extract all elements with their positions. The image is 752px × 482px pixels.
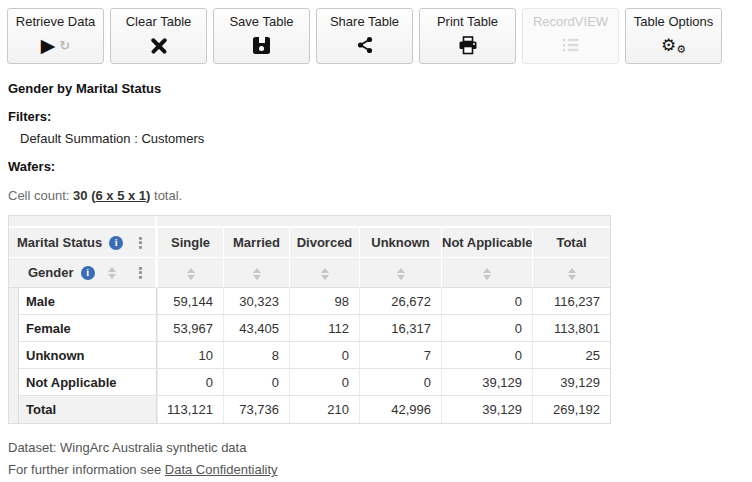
table-row-unknown: Unknown 10 8 0 7 0 25 bbox=[9, 342, 610, 369]
kebab-menu-icon[interactable]: ⋮ bbox=[133, 266, 148, 280]
sort-cell-divorced[interactable] bbox=[289, 258, 359, 288]
share-icon bbox=[356, 36, 374, 54]
sort-icon[interactable] bbox=[321, 268, 329, 280]
cell-value: 16,317 bbox=[359, 315, 441, 342]
row-label: Not Applicable bbox=[19, 369, 157, 396]
cell-value: 269,192 bbox=[532, 396, 610, 423]
row-dimension-header[interactable]: Marital Status i ⋮ bbox=[9, 228, 157, 258]
cell-value: 59,144 bbox=[157, 288, 223, 315]
row-label: Total bbox=[19, 396, 157, 423]
save-floppy-icon bbox=[253, 37, 270, 54]
cell-value: 10 bbox=[157, 342, 223, 369]
sort-cell-married[interactable] bbox=[223, 258, 289, 288]
cell-value: 8 bbox=[223, 342, 289, 369]
crosstab-table: Marital Status i ⋮ Single Married Divorc… bbox=[8, 215, 611, 424]
trash-button[interactable]: Trash bbox=[742, 8, 752, 62]
kebab-menu-icon[interactable]: ⋮ bbox=[133, 236, 148, 250]
confidentiality-note: For further information see Data Confide… bbox=[8, 459, 752, 481]
column-header-unknown[interactable]: Unknown bbox=[359, 228, 441, 258]
cell-count-line: Cell count: 30 (6 x 5 x 1) total. bbox=[8, 188, 752, 203]
recordview-label: RecordVIEW bbox=[533, 14, 608, 29]
print-table-button[interactable]: Print Table bbox=[419, 8, 516, 64]
info-icon[interactable]: i bbox=[81, 266, 95, 280]
save-table-button[interactable]: Save Table bbox=[213, 8, 310, 64]
sort-icon[interactable] bbox=[483, 268, 491, 280]
cell-value: 26,672 bbox=[359, 288, 441, 315]
row-gutter bbox=[9, 315, 19, 342]
row-dimension-label: Marital Status bbox=[17, 235, 102, 250]
recordview-button: RecordVIEW bbox=[522, 8, 619, 64]
row-label: Male bbox=[19, 288, 157, 315]
cell-count-value: 30 bbox=[73, 188, 87, 203]
cell-value: 0 bbox=[157, 369, 223, 396]
page-title: Gender by Marital Status bbox=[8, 81, 752, 96]
table-row-total: Total 113,121 73,736 210 42,996 39,129 2… bbox=[9, 396, 610, 423]
table-options-button[interactable]: Table Options ⚙ ⚙ bbox=[625, 8, 722, 64]
cell-value: 113,121 bbox=[157, 396, 223, 423]
sort-cell-single[interactable] bbox=[157, 258, 223, 288]
cell-count-prefix: Cell count: bbox=[8, 188, 73, 203]
cell-value: 116,237 bbox=[532, 288, 610, 315]
cell-value: 73,736 bbox=[223, 396, 289, 423]
dataset-note: Dataset: WingArc Australia synthetic dat… bbox=[8, 437, 752, 459]
filter-value: Default Summation : Customers bbox=[20, 131, 752, 146]
cell-value: 42,996 bbox=[359, 396, 441, 423]
print-table-label: Print Table bbox=[437, 14, 498, 29]
cell-value: 25 bbox=[532, 342, 610, 369]
column-header-single[interactable]: Single bbox=[157, 228, 223, 258]
filters-heading: Filters: bbox=[8, 109, 752, 124]
column-header-divorced[interactable]: Divorced bbox=[289, 228, 359, 258]
cell-value: 0 bbox=[441, 288, 532, 315]
cell-value: 43,405 bbox=[223, 315, 289, 342]
wafers-heading: Wafers: bbox=[8, 159, 752, 174]
sort-cell-unknown[interactable] bbox=[359, 258, 441, 288]
sort-icon[interactable] bbox=[397, 268, 405, 280]
data-confidentiality-link[interactable]: Data Confidentiality bbox=[165, 462, 278, 477]
sort-icon[interactable] bbox=[108, 267, 116, 279]
cell-count-paren-close: ) bbox=[146, 188, 154, 203]
toolbar: Retrieve Data ▶ ↻ Clear Table Save Table… bbox=[0, 0, 752, 64]
cell-value: 0 bbox=[359, 369, 441, 396]
sort-icon[interactable] bbox=[187, 268, 195, 280]
cell-value: 0 bbox=[289, 369, 359, 396]
share-table-button[interactable]: Share Table bbox=[316, 8, 413, 64]
print-icon bbox=[458, 36, 478, 55]
clear-table-label: Clear Table bbox=[126, 14, 192, 29]
cell-value: 113,801 bbox=[532, 315, 610, 342]
info-icon[interactable]: i bbox=[109, 236, 123, 250]
column-header-row: Marital Status i ⋮ Single Married Divorc… bbox=[9, 228, 610, 258]
row-label: Female bbox=[19, 315, 157, 342]
row-label: Unknown bbox=[19, 342, 157, 369]
sort-cell-total[interactable] bbox=[532, 258, 610, 288]
table-row-male: Male 59,144 30,323 98 26,672 0 116,237 bbox=[9, 288, 610, 315]
col-dimension-header[interactable]: Gender i ⋮ bbox=[9, 258, 157, 288]
cell-count-link[interactable]: 6 x 5 x 1 bbox=[95, 188, 146, 203]
retrieve-data-label: Retrieve Data bbox=[16, 14, 95, 29]
refresh-icon: ↻ bbox=[59, 39, 70, 52]
column-header-total[interactable]: Total bbox=[532, 228, 610, 258]
cell-count-suffix: total. bbox=[154, 188, 182, 203]
cell-value: 39,129 bbox=[441, 396, 532, 423]
cell-value: 0 bbox=[223, 369, 289, 396]
gear-icon: ⚙ bbox=[661, 37, 676, 54]
cell-value: 39,129 bbox=[441, 369, 532, 396]
retrieve-data-button[interactable]: Retrieve Data ▶ ↻ bbox=[7, 8, 104, 64]
column-header-not-applicable[interactable]: Not Applicable bbox=[441, 228, 532, 258]
top-strip-corner bbox=[9, 216, 157, 228]
row-gutter bbox=[9, 288, 19, 315]
cell-value: 39,129 bbox=[532, 369, 610, 396]
retrieve-data-icon-row: ▶ ↻ bbox=[41, 34, 71, 56]
clear-x-icon bbox=[150, 36, 168, 54]
sort-icon[interactable] bbox=[568, 268, 576, 280]
confidentiality-prefix: For further information see bbox=[8, 462, 165, 477]
recordview-list-icon bbox=[561, 37, 581, 53]
cell-value: 98 bbox=[289, 288, 359, 315]
sort-icon[interactable] bbox=[253, 268, 261, 280]
play-icon: ▶ bbox=[41, 36, 56, 55]
save-table-label: Save Table bbox=[229, 14, 293, 29]
clear-table-button[interactable]: Clear Table bbox=[110, 8, 207, 64]
column-header-married[interactable]: Married bbox=[223, 228, 289, 258]
cell-value: 112 bbox=[289, 315, 359, 342]
sort-cell-not-applicable[interactable] bbox=[441, 258, 532, 288]
cell-value: 30,323 bbox=[223, 288, 289, 315]
